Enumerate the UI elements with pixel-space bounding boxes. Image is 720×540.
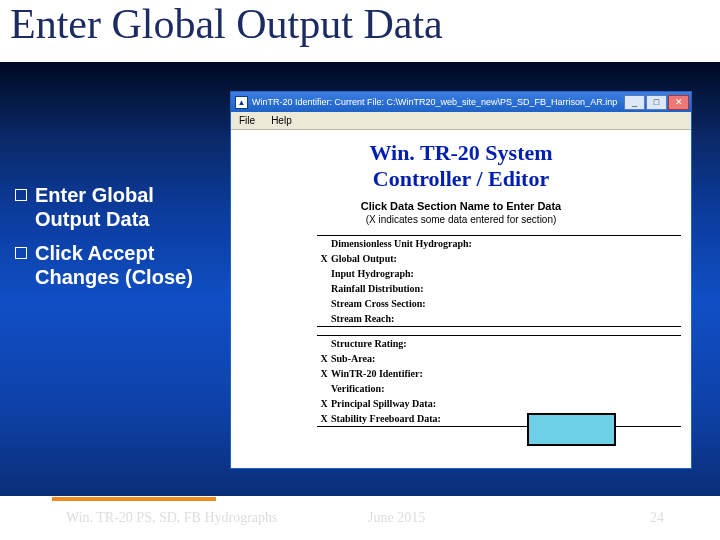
list-item[interactable]: Input Hydrograph:: [317, 266, 681, 281]
window-body: Win. TR-20 System Controller / Editor Cl…: [231, 130, 691, 427]
square-bullet-icon: [15, 189, 27, 201]
list-item[interactable]: XStability Freeboard Data:: [317, 411, 681, 427]
app-subheading-2: (X indicates some data entered for secti…: [241, 214, 681, 225]
minimize-button[interactable]: _: [624, 95, 645, 110]
bullet-text: Click Accept Changes (Close): [35, 241, 215, 289]
app-icon: ▲: [235, 96, 248, 109]
bullet-2: Click Accept Changes (Close): [15, 241, 215, 289]
list-item[interactable]: Stream Cross Section:: [317, 296, 681, 311]
footer: Win. TR-20 PS, SD, FB Hydrographs June 2…: [0, 496, 720, 540]
window-titlebar: ▲ WinTR-20 Identifier: Current File: C:\…: [231, 92, 691, 112]
bullet-list: Enter Global Output Data Click Accept Ch…: [15, 183, 215, 299]
app-subheading: Click Data Section Name to Enter Data: [241, 200, 681, 212]
list-item[interactable]: Structure Rating:: [317, 335, 681, 351]
footer-left: Win. TR-20 PS, SD, FB Hydrographs: [66, 510, 278, 526]
menu-file[interactable]: File: [239, 115, 255, 126]
list-item[interactable]: XPrincipal Spillway Data:: [317, 396, 681, 411]
bullet-text: Enter Global Output Data: [35, 183, 215, 231]
slide: Enter Global Output Data Enter Global Ou…: [0, 0, 720, 540]
maximize-button[interactable]: □: [646, 95, 667, 110]
window-controls: _ □ ✕: [623, 95, 689, 110]
app-heading: Win. TR-20 System Controller / Editor: [241, 140, 681, 192]
close-button[interactable]: ✕: [668, 95, 689, 110]
highlight-box: [527, 413, 616, 446]
window: ▲ WinTR-20 Identifier: Current File: C:\…: [230, 91, 692, 469]
list-item[interactable]: XWinTR-20 Identifier:: [317, 366, 681, 381]
list-item[interactable]: Stream Reach:: [317, 311, 681, 327]
window-menubar: File Help: [231, 112, 691, 130]
footer-right: 24: [650, 510, 664, 526]
footer-center: June 2015: [368, 510, 425, 526]
list-item[interactable]: XSub-Area:: [317, 351, 681, 366]
window-title: WinTR-20 Identifier: Current File: C:\Wi…: [252, 97, 617, 107]
bullet-1: Enter Global Output Data: [15, 183, 215, 231]
list-item[interactable]: Dimensionless Unit Hydrograph:: [317, 235, 681, 251]
list-item[interactable]: Verification:: [317, 381, 681, 396]
square-bullet-icon: [15, 247, 27, 259]
list-item[interactable]: Rainfall Distribution:: [317, 281, 681, 296]
menu-help[interactable]: Help: [271, 115, 292, 126]
section-list: Dimensionless Unit Hydrograph: XGlobal O…: [317, 235, 681, 427]
slide-title: Enter Global Output Data: [10, 0, 710, 48]
list-item[interactable]: XGlobal Output:: [317, 251, 681, 266]
